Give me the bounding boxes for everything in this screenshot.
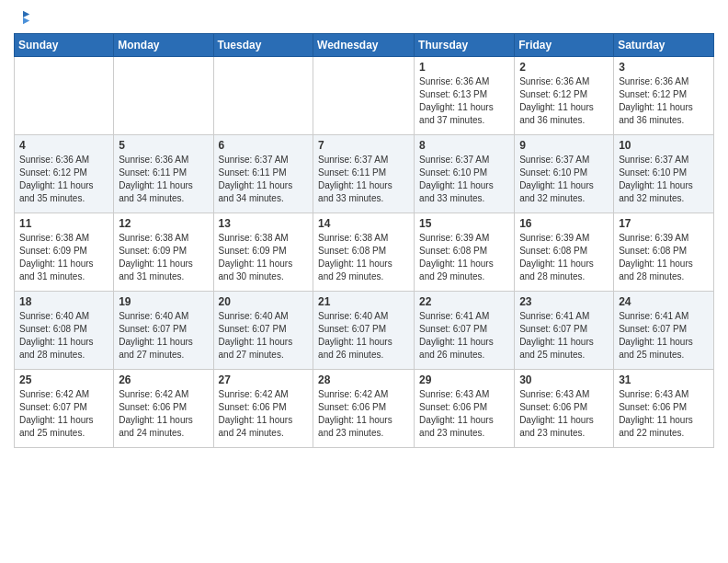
day-info: Sunrise: 6:37 AMSunset: 6:10 PMDaylight:…: [519, 154, 609, 205]
day-number: 18: [19, 295, 108, 308]
day-number: 5: [119, 139, 208, 152]
day-info: Sunrise: 6:38 AMSunset: 6:09 PMDaylight:…: [219, 232, 309, 283]
calendar-header-sunday: Sunday: [15, 34, 114, 57]
day-info: Sunrise: 6:41 AMSunset: 6:07 PMDaylight:…: [419, 310, 509, 362]
day-info: Sunrise: 6:37 AMSunset: 6:10 PMDaylight:…: [619, 154, 709, 205]
day-info: Sunrise: 6:42 AMSunset: 6:06 PMDaylight:…: [119, 388, 208, 440]
day-info: Sunrise: 6:36 AMSunset: 6:12 PMDaylight:…: [19, 154, 108, 205]
calendar-cell: 9Sunrise: 6:37 AMSunset: 6:10 PMDaylight…: [515, 135, 614, 213]
day-info: Sunrise: 6:36 AMSunset: 6:13 PMDaylight:…: [419, 75, 509, 127]
day-info: Sunrise: 6:41 AMSunset: 6:07 PMDaylight:…: [619, 310, 709, 362]
day-info: Sunrise: 6:43 AMSunset: 6:06 PMDaylight:…: [619, 388, 709, 440]
calendar-header-monday: Monday: [114, 34, 213, 57]
day-number: 16: [519, 217, 609, 230]
calendar-cell: 16Sunrise: 6:39 AMSunset: 6:08 PMDayligh…: [515, 213, 614, 292]
calendar-header-tuesday: Tuesday: [213, 34, 313, 57]
calendar-cell: 11Sunrise: 6:38 AMSunset: 6:09 PMDayligh…: [15, 213, 114, 292]
day-info: Sunrise: 6:36 AMSunset: 6:12 PMDaylight:…: [619, 75, 709, 127]
calendar-cell: 5Sunrise: 6:36 AMSunset: 6:11 PMDaylight…: [114, 135, 213, 213]
calendar-week-4: 18Sunrise: 6:40 AMSunset: 6:08 PMDayligh…: [15, 292, 714, 370]
calendar-cell: 25Sunrise: 6:42 AMSunset: 6:07 PMDayligh…: [15, 370, 114, 448]
day-number: 26: [119, 373, 208, 386]
day-number: 27: [219, 373, 309, 386]
day-info: Sunrise: 6:39 AMSunset: 6:08 PMDaylight:…: [519, 232, 609, 283]
day-number: 14: [318, 217, 409, 230]
calendar-cell: 14Sunrise: 6:38 AMSunset: 6:08 PMDayligh…: [313, 213, 415, 292]
day-number: 17: [619, 217, 709, 230]
calendar-cell: 27Sunrise: 6:42 AMSunset: 6:06 PMDayligh…: [213, 370, 313, 448]
calendar-cell: 2Sunrise: 6:36 AMSunset: 6:12 PMDaylight…: [515, 57, 614, 135]
calendar-cell: 7Sunrise: 6:37 AMSunset: 6:11 PMDaylight…: [313, 135, 415, 213]
day-info: Sunrise: 6:43 AMSunset: 6:06 PMDaylight:…: [419, 388, 509, 440]
day-number: 22: [419, 295, 509, 308]
calendar-cell: 31Sunrise: 6:43 AMSunset: 6:06 PMDayligh…: [614, 370, 714, 448]
day-info: Sunrise: 6:36 AMSunset: 6:11 PMDaylight:…: [119, 154, 208, 205]
calendar-cell: 8Sunrise: 6:37 AMSunset: 6:10 PMDaylight…: [415, 135, 515, 213]
day-info: Sunrise: 6:40 AMSunset: 6:08 PMDaylight:…: [19, 310, 108, 362]
calendar-cell: 21Sunrise: 6:40 AMSunset: 6:07 PMDayligh…: [313, 292, 415, 370]
day-info: Sunrise: 6:38 AMSunset: 6:09 PMDaylight:…: [119, 232, 208, 283]
calendar-cell: 12Sunrise: 6:38 AMSunset: 6:09 PMDayligh…: [114, 213, 213, 292]
calendar-cell: [15, 57, 114, 135]
day-number: 29: [419, 373, 509, 386]
calendar-week-3: 11Sunrise: 6:38 AMSunset: 6:09 PMDayligh…: [15, 213, 714, 292]
calendar-cell: 18Sunrise: 6:40 AMSunset: 6:08 PMDayligh…: [15, 292, 114, 370]
day-number: 19: [119, 295, 208, 308]
day-info: Sunrise: 6:40 AMSunset: 6:07 PMDaylight:…: [318, 310, 409, 362]
day-info: Sunrise: 6:36 AMSunset: 6:12 PMDaylight:…: [519, 75, 609, 127]
day-info: Sunrise: 6:42 AMSunset: 6:07 PMDaylight:…: [19, 388, 108, 440]
day-info: Sunrise: 6:40 AMSunset: 6:07 PMDaylight:…: [219, 310, 309, 362]
day-info: Sunrise: 6:42 AMSunset: 6:06 PMDaylight:…: [219, 388, 309, 440]
day-info: Sunrise: 6:37 AMSunset: 6:11 PMDaylight:…: [219, 154, 309, 205]
calendar-cell: 4Sunrise: 6:36 AMSunset: 6:12 PMDaylight…: [15, 135, 114, 213]
calendar-cell: 28Sunrise: 6:42 AMSunset: 6:06 PMDayligh…: [313, 370, 415, 448]
calendar-cell: 26Sunrise: 6:42 AMSunset: 6:06 PMDayligh…: [114, 370, 213, 448]
day-info: Sunrise: 6:38 AMSunset: 6:08 PMDaylight:…: [318, 232, 409, 283]
calendar-cell: 17Sunrise: 6:39 AMSunset: 6:08 PMDayligh…: [614, 213, 714, 292]
logo: [14, 9, 31, 26]
day-number: 13: [219, 217, 309, 230]
day-number: 11: [19, 217, 108, 230]
calendar-week-5: 25Sunrise: 6:42 AMSunset: 6:07 PMDayligh…: [15, 370, 714, 448]
day-number: 31: [619, 373, 709, 386]
calendar-cell: [313, 57, 415, 135]
day-info: Sunrise: 6:43 AMSunset: 6:06 PMDaylight:…: [519, 388, 609, 440]
day-number: 10: [619, 139, 709, 152]
day-number: 28: [318, 373, 409, 386]
calendar-cell: 6Sunrise: 6:37 AMSunset: 6:11 PMDaylight…: [213, 135, 313, 213]
calendar-cell: 29Sunrise: 6:43 AMSunset: 6:06 PMDayligh…: [415, 370, 515, 448]
day-number: 7: [318, 139, 409, 152]
day-number: 4: [19, 139, 108, 152]
calendar-cell: 15Sunrise: 6:39 AMSunset: 6:08 PMDayligh…: [415, 213, 515, 292]
svg-marker-1: [23, 17, 29, 24]
day-number: 24: [619, 295, 709, 308]
day-number: 6: [219, 139, 309, 152]
calendar-header-row: SundayMondayTuesdayWednesdayThursdayFrid…: [15, 34, 714, 57]
day-info: Sunrise: 6:41 AMSunset: 6:07 PMDaylight:…: [519, 310, 609, 362]
day-number: 15: [419, 217, 509, 230]
day-info: Sunrise: 6:37 AMSunset: 6:11 PMDaylight:…: [318, 154, 409, 205]
calendar-cell: [114, 57, 213, 135]
day-number: 9: [519, 139, 609, 152]
calendar-cell: [213, 57, 313, 135]
calendar-week-2: 4Sunrise: 6:36 AMSunset: 6:12 PMDaylight…: [15, 135, 714, 213]
day-number: 8: [419, 139, 509, 152]
day-info: Sunrise: 6:39 AMSunset: 6:08 PMDaylight:…: [619, 232, 709, 283]
calendar-header-friday: Friday: [515, 34, 614, 57]
day-number: 2: [519, 61, 609, 74]
day-number: 21: [318, 295, 409, 308]
svg-marker-0: [23, 11, 29, 17]
day-number: 1: [419, 61, 509, 74]
calendar-cell: 1Sunrise: 6:36 AMSunset: 6:13 PMDaylight…: [415, 57, 515, 135]
calendar-cell: 10Sunrise: 6:37 AMSunset: 6:10 PMDayligh…: [614, 135, 714, 213]
calendar-header-saturday: Saturday: [614, 34, 714, 57]
day-info: Sunrise: 6:40 AMSunset: 6:07 PMDaylight:…: [119, 310, 208, 362]
header: [14, 9, 714, 26]
calendar-cell: 22Sunrise: 6:41 AMSunset: 6:07 PMDayligh…: [415, 292, 515, 370]
calendar-cell: 23Sunrise: 6:41 AMSunset: 6:07 PMDayligh…: [515, 292, 614, 370]
calendar-cell: 30Sunrise: 6:43 AMSunset: 6:06 PMDayligh…: [515, 370, 614, 448]
calendar-week-1: 1Sunrise: 6:36 AMSunset: 6:13 PMDaylight…: [15, 57, 714, 135]
calendar-cell: 24Sunrise: 6:41 AMSunset: 6:07 PMDayligh…: [614, 292, 714, 370]
calendar-cell: 13Sunrise: 6:38 AMSunset: 6:09 PMDayligh…: [213, 213, 313, 292]
day-number: 20: [219, 295, 309, 308]
